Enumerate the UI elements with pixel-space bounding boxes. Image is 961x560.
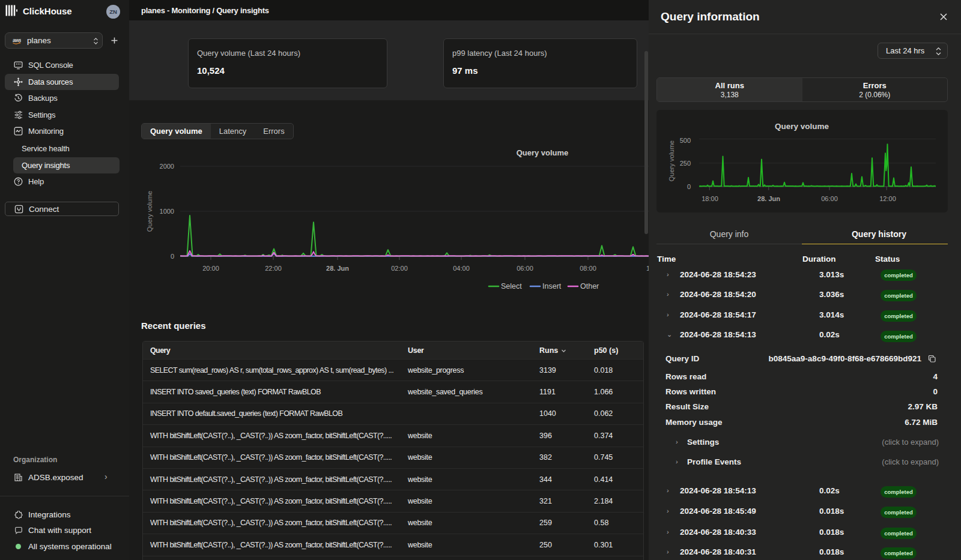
svg-text:250: 250 [680, 160, 691, 167]
svg-text:Other: Other [580, 282, 599, 291]
svg-text:2000: 2000 [160, 163, 174, 170]
svg-text:28. Jun: 28. Jun [757, 195, 780, 202]
svg-text:Query volume: Query volume [146, 191, 153, 232]
svg-text:1000: 1000 [160, 208, 174, 215]
svg-text:Insert: Insert [542, 282, 562, 291]
svg-text:12:00: 12:00 [879, 195, 896, 202]
svg-text:0: 0 [171, 253, 174, 260]
svg-text:18:00: 18:00 [702, 195, 718, 202]
svg-text:Query volume: Query volume [517, 148, 569, 157]
svg-text:06:00: 06:00 [517, 265, 533, 272]
svg-text:08:00: 08:00 [580, 265, 596, 272]
svg-text:04:00: 04:00 [453, 265, 470, 272]
svg-text:500: 500 [680, 137, 691, 144]
svg-text:20:00: 20:00 [202, 265, 219, 272]
svg-text:06:00: 06:00 [821, 195, 838, 202]
svg-text:Query volume: Query volume [775, 122, 829, 131]
svg-text:Select: Select [501, 282, 522, 291]
svg-text:Query volume: Query volume [668, 140, 675, 181]
svg-text:02:00: 02:00 [391, 265, 408, 272]
svg-text:28. Jun: 28. Jun [326, 265, 349, 272]
svg-text:22:00: 22:00 [265, 265, 282, 272]
svg-text:0: 0 [687, 183, 691, 190]
